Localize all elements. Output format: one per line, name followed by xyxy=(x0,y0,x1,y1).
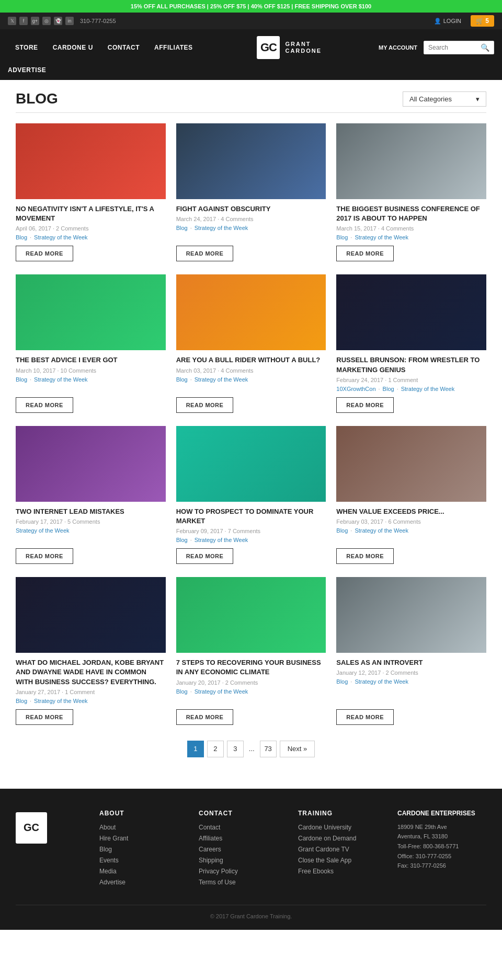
footer-cardone-address: 18909 NE 29th Ave Aventura, FL 33180 Tol… xyxy=(397,822,486,871)
footer-link[interactable]: Free Ebooks xyxy=(298,868,334,875)
footer-link[interactable]: Close the Sale App xyxy=(298,857,351,864)
footer-link[interactable]: Affiliates xyxy=(199,835,222,842)
twitter-icon[interactable]: 𝕏 xyxy=(8,17,16,25)
tag-link[interactable]: Strategy of the Week xyxy=(195,376,248,383)
snapchat-icon[interactable]: 👻 xyxy=(54,17,62,25)
footer-link[interactable]: Contact xyxy=(199,824,220,831)
tag-link[interactable]: Strategy of the Week xyxy=(401,386,455,392)
nav-store[interactable]: STORE xyxy=(8,31,45,64)
tag-link[interactable]: Strategy of the Week xyxy=(34,376,88,383)
tag-link[interactable]: Blog xyxy=(16,698,27,704)
footer-link[interactable]: Cardone University xyxy=(298,824,351,831)
tag-link[interactable]: Blog xyxy=(176,225,188,231)
read-more-button[interactable]: READ MORE xyxy=(16,246,73,261)
blog-card-image xyxy=(336,274,486,350)
tag-link[interactable]: Strategy of the Week xyxy=(16,527,70,534)
page-2-button[interactable]: 2 xyxy=(207,741,224,757)
tag-link[interactable]: Strategy of the Week xyxy=(195,225,248,231)
category-dropdown[interactable]: All Categories ▾ xyxy=(403,91,486,107)
tag-link[interactable]: Strategy of the Week xyxy=(355,527,408,534)
chevron-down-icon: ▾ xyxy=(476,95,480,103)
footer-link[interactable]: About xyxy=(99,824,116,831)
read-more-button[interactable]: READ MORE xyxy=(16,548,73,564)
instagram-icon[interactable]: ◎ xyxy=(42,17,51,25)
tag-link[interactable]: Strategy of the Week xyxy=(355,234,408,240)
footer-link[interactable]: Privacy Policy xyxy=(199,868,238,875)
read-more-button[interactable]: READ MORE xyxy=(176,709,234,725)
advertise-link[interactable]: ADVERTISE xyxy=(8,66,46,74)
read-more-button[interactable]: READ MORE xyxy=(16,709,73,725)
tag-link[interactable]: Blog xyxy=(16,234,27,240)
tag-link[interactable]: Blog xyxy=(336,678,348,685)
facebook-icon[interactable]: f xyxy=(19,17,28,25)
tag-link[interactable]: Strategy of the Week xyxy=(195,688,248,695)
footer-link[interactable]: Grant Cardone TV xyxy=(298,846,349,853)
tag-link[interactable]: Blog xyxy=(176,376,188,383)
blog-container: BLOG All Categories ▾ NO NEGATIVITY ISN'… xyxy=(0,80,502,789)
footer-bottom: © 2017 Grant Cardone Training. xyxy=(16,905,486,919)
search-input[interactable] xyxy=(428,44,481,51)
tag-link[interactable]: Strategy of the Week xyxy=(34,234,88,240)
footer-link[interactable]: Advertise xyxy=(99,879,126,886)
footer-link[interactable]: Terms of Use xyxy=(199,879,236,886)
blog-card-image xyxy=(16,577,166,653)
nav-cardone-u[interactable]: CARDONE U xyxy=(45,31,100,64)
blog-header: BLOG All Categories ▾ xyxy=(16,90,486,113)
footer-link[interactable]: Careers xyxy=(199,846,221,853)
read-more-button[interactable]: READ MORE xyxy=(176,548,234,564)
footer-link[interactable]: Cardone on Demand xyxy=(298,835,356,842)
read-more-button[interactable]: READ MORE xyxy=(176,397,234,413)
google-plus-icon[interactable]: g+ xyxy=(31,17,39,25)
footer-link[interactable]: Hire Grant xyxy=(99,835,128,842)
footer-about-heading: ABOUT xyxy=(99,810,188,817)
footer-link[interactable]: Blog xyxy=(99,846,112,853)
tag-link[interactable]: Blog xyxy=(336,527,348,534)
my-account-button[interactable]: MY ACCOUNT xyxy=(379,44,417,51)
read-more-button[interactable]: READ MORE xyxy=(336,397,394,413)
tag-link[interactable]: Blog xyxy=(176,537,188,543)
cart-button[interactable]: 🛒 5 xyxy=(471,15,494,27)
page-1-button[interactable]: 1 xyxy=(187,741,204,757)
read-more-button[interactable]: READ MORE xyxy=(16,397,73,413)
page-73-button[interactable]: 73 xyxy=(260,741,277,757)
blog-card-tags: Blog·Strategy of the Week xyxy=(176,376,326,383)
blog-card-tags: Blog·Strategy of the Week xyxy=(336,527,486,534)
footer-link[interactable]: Shipping xyxy=(199,857,223,864)
nav-affiliates[interactable]: AFFILIATES xyxy=(147,31,200,64)
tag-link[interactable]: Strategy of the Week xyxy=(355,678,408,685)
blog-card-11: 7 STEPS TO RECOVERING YOUR BUSINESS IN A… xyxy=(176,577,326,725)
footer-list-item: Careers xyxy=(199,845,288,853)
blog-grid: NO NEGATIVITY ISN'T A LIFESTYLE, IT'S A … xyxy=(16,123,486,725)
read-more-button[interactable]: READ MORE xyxy=(336,246,394,261)
nav-contact[interactable]: CONTACT xyxy=(100,31,147,64)
page-3-button[interactable]: 3 xyxy=(227,741,244,757)
login-button[interactable]: 👤 LOGIN xyxy=(434,18,461,25)
tag-link[interactable]: Strategy of the Week xyxy=(195,537,248,543)
blog-card-meta: March 10, 2017 · 10 Comments xyxy=(16,367,166,374)
footer-list-item: Advertise xyxy=(99,878,188,886)
read-more-button[interactable]: READ MORE xyxy=(336,709,394,725)
tag-link[interactable]: Strategy of the Week xyxy=(34,698,88,704)
read-more-button[interactable]: READ MORE xyxy=(176,246,234,261)
tag-link[interactable]: Blog xyxy=(383,386,394,392)
footer-list-item: Contact xyxy=(199,823,288,831)
blog-card-7: TWO INTERNET LEAD MISTAKES February 17, … xyxy=(16,426,166,564)
next-page-button[interactable]: Next » xyxy=(280,741,315,757)
footer-link[interactable]: Events xyxy=(99,857,119,864)
blog-card-title: TWO INTERNET LEAD MISTAKES xyxy=(16,507,166,516)
footer-link[interactable]: Media xyxy=(99,868,117,875)
tag-link[interactable]: 10XGrowthCon xyxy=(336,386,375,392)
tag-link[interactable]: Blog xyxy=(336,234,348,240)
read-more-button[interactable]: READ MORE xyxy=(336,548,394,564)
linkedin-icon[interactable]: in xyxy=(65,17,74,25)
pagination: 1 2 3 ... 73 Next » xyxy=(16,741,486,757)
blog-card-meta: March 15, 2017 · 4 Comments xyxy=(336,225,486,232)
tag-link[interactable]: Blog xyxy=(16,376,27,383)
blog-card-title: WHAT DO MICHAEL JORDAN, KOBE BRYANT AND … xyxy=(16,658,166,687)
logo[interactable]: GC GRANT CARDONE xyxy=(257,36,322,59)
search-icon[interactable]: 🔍 xyxy=(481,43,489,52)
footer-logo-gc: GC xyxy=(16,812,47,844)
tag-link[interactable]: Blog xyxy=(176,688,188,695)
blog-card-3: THE BIGGEST BUSINESS CONFERENCE OF 2017 … xyxy=(336,123,486,261)
blog-card-meta: February 24, 2017 · 1 Comment xyxy=(336,377,486,383)
